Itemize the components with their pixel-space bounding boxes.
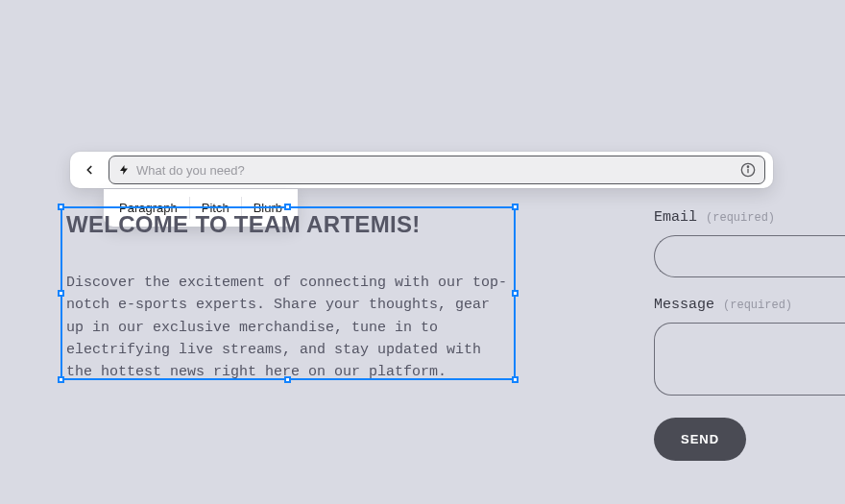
message-label-text: Message — [654, 297, 714, 313]
chevron-left-icon — [83, 163, 96, 177]
send-button[interactable]: SEND — [654, 418, 746, 461]
email-label-text: Email — [654, 209, 697, 226]
command-bar — [70, 152, 773, 188]
search-input-wrapper — [109, 156, 765, 184]
resize-handle-middle-left[interactable] — [58, 290, 64, 297]
content-heading: WELCOME TO TEAM ARTEMIS! — [66, 211, 513, 238]
email-label: Email (required) — [654, 209, 845, 226]
message-field[interactable] — [654, 323, 845, 396]
message-label: Message (required) — [654, 297, 845, 313]
info-icon[interactable] — [739, 161, 757, 179]
message-required-indicator: (required) — [723, 299, 792, 312]
search-input[interactable] — [136, 163, 734, 178]
email-field[interactable] — [654, 235, 845, 277]
resize-handle-bottom-right[interactable] — [512, 376, 519, 383]
lightning-icon — [117, 163, 131, 177]
back-button[interactable] — [78, 158, 101, 181]
resize-handle-middle-right[interactable] — [512, 290, 519, 297]
svg-point-2 — [747, 166, 748, 167]
resize-handle-top-right[interactable] — [512, 204, 519, 210]
email-required-indicator: (required) — [706, 211, 775, 225]
resize-handle-top-left[interactable] — [58, 204, 64, 210]
resize-handle-bottom-left[interactable] — [58, 376, 64, 383]
contact-form: Email (required) Message (required) SEND — [654, 209, 845, 461]
selected-text-block[interactable]: WELCOME TO TEAM ARTEMIS! Discover the ex… — [66, 211, 513, 383]
content-body: Discover the excitement of connecting wi… — [66, 272, 513, 383]
